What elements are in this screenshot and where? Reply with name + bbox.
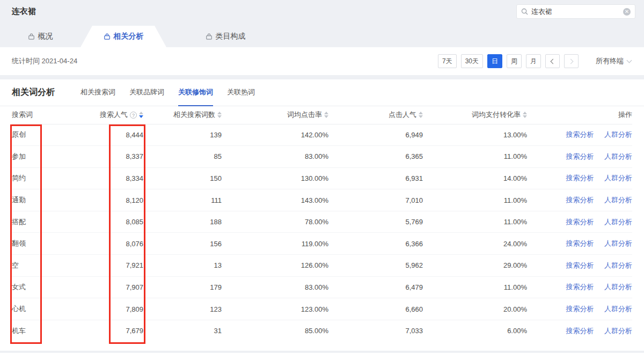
chevron-left-icon <box>551 58 556 64</box>
search-input[interactable]: 连衣裙 ✕ <box>516 4 635 19</box>
actions-cell: 搜索分析 人群分析 <box>527 320 632 342</box>
actions-cell: 搜索分析 人群分析 <box>527 211 632 233</box>
conversion-cell: 11.00% <box>423 146 527 168</box>
actions-cell: 搜索分析 人群分析 <box>527 167 632 189</box>
crowd-analysis-link[interactable]: 人群分析 <box>604 239 632 247</box>
sort-icon[interactable] <box>217 112 222 118</box>
terminal-select[interactable]: 所有终端 <box>596 56 631 66</box>
search-popularity-cell: 8,334 <box>87 167 143 189</box>
conversion-cell: 14.00% <box>423 167 527 189</box>
search-analysis-link[interactable]: 搜索分析 <box>566 130 594 138</box>
search-popularity-cell: 7,809 <box>87 298 143 320</box>
crowd-analysis-link[interactable]: 人群分析 <box>604 196 632 204</box>
section-header: 相关词分析 相关搜索词 关联品牌词 关联修饰词 关联热词 <box>0 79 644 106</box>
search-word-cell: 搭配 <box>12 211 87 233</box>
tab-related-modifier-words[interactable]: 关联修饰词 <box>178 79 213 106</box>
crowd-analysis-link[interactable]: 人群分析 <box>604 218 632 226</box>
search-analysis-link[interactable]: 搜索分析 <box>566 152 594 160</box>
keywords-table: 搜索词 搜索人气 ? 相关搜索词数 <box>12 106 632 342</box>
search-analysis-link[interactable]: 搜索分析 <box>566 283 594 291</box>
related-count-cell: 150 <box>143 167 222 189</box>
col-click-popularity[interactable]: 点击人气 <box>328 106 423 124</box>
bag-icon <box>104 33 111 40</box>
col-ctr[interactable]: 词均点击率 <box>222 106 328 124</box>
search-word-cell: 心机 <box>12 298 87 320</box>
table-header-row: 搜索词 搜索人气 ? 相关搜索词数 <box>12 106 632 124</box>
tab-related-analysis[interactable]: 相关分析 <box>80 26 166 47</box>
search-word-cell: 机车 <box>12 320 87 342</box>
conversion-cell: 11.00% <box>423 211 527 233</box>
click-popularity-cell: 6,479 <box>328 276 423 298</box>
range-day-button[interactable]: 日 <box>487 54 502 68</box>
crowd-analysis-link[interactable]: 人群分析 <box>604 130 632 138</box>
search-analysis-link[interactable]: 搜索分析 <box>566 239 594 247</box>
ctr-cell: 123.00% <box>222 298 328 320</box>
actions-cell: 搜索分析 人群分析 <box>527 146 632 168</box>
search-analysis-link[interactable]: 搜索分析 <box>566 305 594 313</box>
search-popularity-cell: 8,120 <box>87 189 143 211</box>
search-analysis-link[interactable]: 搜索分析 <box>566 261 594 269</box>
related-count-cell: 139 <box>143 124 222 146</box>
ctr-cell: 143.00% <box>222 189 328 211</box>
range-30d-button[interactable]: 30天 <box>461 54 483 68</box>
table-row: 简约 8,334 150 130.00% 6,931 14.00% 搜索分析 人… <box>12 167 632 189</box>
crowd-analysis-link[interactable]: 人群分析 <box>604 327 632 335</box>
page: 连衣裙 连衣裙 ✕ 概况 相关分析 类目构成 统计时间 2021-04-24 7… <box>0 0 644 353</box>
sort-icon[interactable] <box>324 112 328 118</box>
tab-overview[interactable]: 概况 <box>0 26 80 47</box>
crowd-analysis-link[interactable]: 人群分析 <box>604 152 632 160</box>
search-popularity-cell: 7,921 <box>87 255 143 277</box>
crowd-analysis-link[interactable]: 人群分析 <box>604 305 632 313</box>
prev-period-button[interactable] <box>545 54 560 68</box>
section-tab-bar: 相关搜索词 关联品牌词 关联修饰词 关联热词 <box>80 79 255 106</box>
search-analysis-link[interactable]: 搜索分析 <box>566 327 594 335</box>
tab-category-composition[interactable]: 类目构成 <box>177 26 274 47</box>
next-period-button[interactable] <box>564 54 579 68</box>
sort-icon[interactable] <box>419 112 423 118</box>
col-search-popularity[interactable]: 搜索人气 ? <box>87 106 143 124</box>
tab-related-brand-words[interactable]: 关联品牌词 <box>129 79 164 106</box>
conversion-cell: 11.00% <box>423 189 527 211</box>
related-count-cell: 123 <box>143 298 222 320</box>
search-word-cell: 参加 <box>12 146 87 168</box>
search-popularity-cell: 8,337 <box>87 146 143 168</box>
stat-time-label: 统计时间 2021-04-24 <box>12 56 77 66</box>
bag-icon <box>206 33 213 40</box>
search-popularity-cell: 7,679 <box>87 320 143 342</box>
tab-related-search-words[interactable]: 相关搜索词 <box>80 79 115 106</box>
search-analysis-link[interactable]: 搜索分析 <box>566 174 594 182</box>
search-value: 连衣裙 <box>531 7 623 17</box>
click-popularity-cell: 7,010 <box>328 189 423 211</box>
range-week-button[interactable]: 周 <box>507 54 522 68</box>
click-popularity-cell: 6,660 <box>328 298 423 320</box>
ctr-cell: 83.00% <box>222 276 328 298</box>
clear-search-icon[interactable]: ✕ <box>623 8 631 16</box>
ctr-cell: 83.00% <box>222 146 328 168</box>
ctr-cell: 130.00% <box>222 167 328 189</box>
click-popularity-cell: 6,931 <box>328 167 423 189</box>
chevron-down-icon <box>627 58 632 63</box>
crowd-analysis-link[interactable]: 人群分析 <box>604 174 632 182</box>
tab-label: 相关分析 <box>114 32 144 41</box>
tab-label: 类目构成 <box>216 32 246 41</box>
col-conversion[interactable]: 词均支付转化率 <box>423 106 527 124</box>
footer-divider <box>0 351 644 353</box>
search-analysis-link[interactable]: 搜索分析 <box>566 196 594 204</box>
table-row: 原创 8,444 139 142.00% 6,949 13.00% 搜索分析 人… <box>12 124 632 146</box>
col-search-word: 搜索词 <box>12 106 87 124</box>
search-word-cell: 简约 <box>12 167 87 189</box>
col-related-count[interactable]: 相关搜索词数 <box>143 106 222 124</box>
crowd-analysis-link[interactable]: 人群分析 <box>604 261 632 269</box>
section-title: 相关词分析 <box>12 87 80 98</box>
sort-icon-popularity[interactable] <box>139 112 143 118</box>
range-month-button[interactable]: 月 <box>526 54 541 68</box>
help-icon[interactable]: ? <box>130 112 137 119</box>
range-7d-button[interactable]: 7天 <box>438 54 457 68</box>
sort-icon[interactable] <box>523 112 527 118</box>
search-popularity-cell: 8,085 <box>87 211 143 233</box>
tab-related-hot-words[interactable]: 关联热词 <box>227 79 255 106</box>
crowd-analysis-link[interactable]: 人群分析 <box>604 283 632 291</box>
table-row: 翻领 8,076 156 119.00% 6,366 24.00% 搜索分析 人… <box>12 233 632 255</box>
search-analysis-link[interactable]: 搜索分析 <box>566 218 594 226</box>
table-body: 原创 8,444 139 142.00% 6,949 13.00% 搜索分析 人… <box>12 124 632 342</box>
